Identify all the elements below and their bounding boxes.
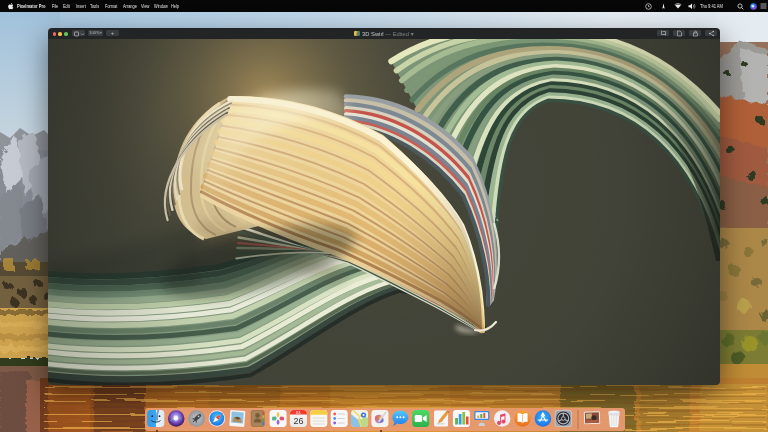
- svg-text:26: 26: [293, 416, 303, 426]
- svg-text:JUL: JUL: [296, 411, 302, 415]
